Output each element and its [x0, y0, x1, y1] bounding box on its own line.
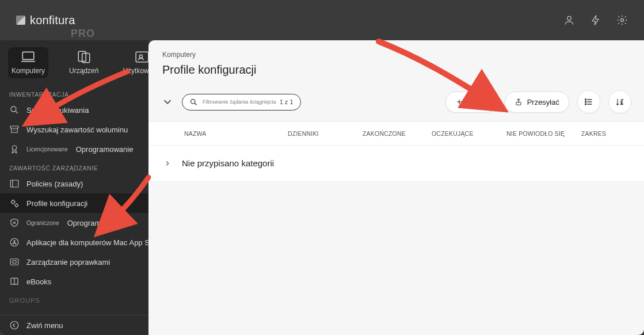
sidebar-item-label: Oprogramowanie	[67, 219, 125, 227]
filter-search[interactable]: Filtrowanie żądania ściągnięcia 1 z 1	[182, 94, 301, 111]
gear-icon[interactable]	[616, 14, 628, 26]
sidebar-item-label: Zarządzanie poprawkami	[26, 258, 110, 267]
nav-tab-label: Urządzeń	[69, 67, 98, 75]
toolbar: Filtrowanie żądania ściągnięcia 1 z 1 No…	[148, 86, 644, 121]
list-icon	[584, 97, 593, 106]
svg-rect-10	[10, 180, 18, 187]
sidebar-item-prefix: Licencjonowane	[26, 146, 68, 153]
gears-icon	[9, 198, 20, 208]
filter-count: 1 z 1	[280, 98, 294, 105]
svg-rect-15	[13, 261, 16, 264]
upload-button[interactable]: Przesyłać	[505, 92, 569, 113]
users-icon	[135, 51, 150, 63]
col-name[interactable]: NAZWA	[184, 130, 288, 137]
badge-icon	[9, 144, 20, 154]
sidebar-item-label: Policies (zasady)	[26, 180, 83, 188]
col-scope[interactable]: ZAKRES	[581, 130, 633, 137]
list-view-button[interactable]	[577, 90, 600, 113]
panel-icon	[9, 178, 20, 189]
sidebar-item-search-inventory[interactable]: Spis wyszukiwania	[0, 100, 148, 120]
sidebar-item-label: Aplikacje dla komputerów Mac App Store	[26, 238, 148, 247]
svg-point-1	[621, 19, 624, 22]
brand-name: konfitura	[30, 14, 75, 27]
svg-point-24	[622, 102, 622, 103]
svg-point-22	[620, 104, 621, 104]
col-completed[interactable]: ZAKOŃCZONE	[363, 130, 432, 137]
svg-rect-2	[22, 52, 34, 59]
sidebar-item-profiles[interactable]: Profile konfiguracji	[0, 193, 148, 213]
svg-point-12	[16, 204, 18, 207]
table-header: NAZWA DZIENNIKI ZAKOŃCZONE OCZEKUJĄCE NI…	[148, 121, 644, 146]
chevron-right-icon	[163, 159, 172, 168]
sidebar: Komputery Urządzeń Użytkownicy INWENTARY…	[0, 40, 148, 335]
svg-point-17	[191, 99, 196, 104]
sidebar-item-label: Oprogramowanie	[76, 145, 134, 154]
section-header-content: ZAWARTOŚĆ ZARZĄDZANIE	[0, 159, 148, 174]
collapse-label: Zwiń menu	[26, 321, 63, 330]
search-icon	[9, 105, 20, 115]
upload-button-label: Przesyłać	[527, 98, 559, 106]
appstore-icon	[9, 237, 20, 248]
svg-point-6	[139, 55, 142, 58]
nav-tab-devices[interactable]: Urządzeń	[66, 47, 102, 78]
filter-placeholder: Filtrowanie żądania ściągnięcia	[203, 99, 276, 105]
sidebar-item-patch-management[interactable]: Zarządzanie poprawkami	[0, 252, 148, 272]
svg-point-23	[622, 104, 623, 104]
upload-icon	[515, 98, 523, 106]
svg-rect-14	[10, 259, 18, 265]
brand-logo-icon	[16, 16, 25, 25]
brand-suffix: PRO	[71, 28, 95, 40]
user-icon[interactable]	[563, 14, 575, 26]
brand: konfitura PRO	[16, 14, 75, 27]
book-icon	[9, 276, 20, 287]
topbar: konfitura PRO	[0, 0, 644, 40]
laptop-icon	[21, 51, 36, 63]
col-pending[interactable]: OCZEKUJĄCE	[432, 130, 506, 137]
svg-point-16	[10, 321, 18, 329]
plus-icon	[455, 98, 463, 106]
page-title: Profile konfiguracji	[162, 63, 630, 77]
group-name: Nie przypisano kategorii	[182, 158, 274, 168]
section-header-inventory: INWENTARYZACJA	[0, 85, 148, 100]
sidebar-item-label: Spis wyszukiwania	[26, 106, 89, 115]
nav-tab-computers[interactable]: Komputery	[8, 47, 48, 78]
sidebar-item-ebooks[interactable]: eBooks	[0, 272, 148, 291]
nav-tabs: Komputery Urządzeń Użytkownicy	[0, 44, 148, 85]
sidebar-item-label: Wyszukaj zawartość woluminu	[26, 125, 128, 134]
sidebar-item-licensed-software[interactable]: Licencjonowane Oprogramowanie	[0, 139, 148, 159]
svg-rect-8	[10, 126, 18, 128]
nav-tab-label: Komputery	[12, 67, 45, 75]
svg-point-21	[585, 104, 586, 105]
main-panel: Komputery Profile konfiguracji Filtrowan…	[148, 40, 644, 335]
shield-x-icon	[9, 218, 20, 228]
main-header: Komputery Profile konfiguracji	[148, 40, 644, 86]
sidebar-item-prefix: Ograniczone	[26, 220, 59, 226]
devices-icon	[77, 51, 92, 63]
section-header-groups: GROUPS	[0, 291, 148, 305]
new-button-label: Nowy	[468, 98, 487, 106]
topbar-icons	[563, 14, 628, 26]
archive-icon	[9, 124, 20, 135]
breadcrumb: Komputery	[162, 51, 630, 59]
category-group-row[interactable]: Nie przypisano kategorii	[148, 146, 644, 181]
sidebar-item-label: eBooks	[26, 277, 51, 286]
sort-button[interactable]	[608, 90, 631, 113]
sidebar-item-mac-app-store[interactable]: Aplikacje dla komputerów Mac App Store	[0, 233, 148, 252]
svg-point-9	[12, 146, 17, 150]
col-logs[interactable]: DZIENNIKI	[288, 130, 363, 137]
new-button[interactable]: Nowy	[445, 92, 497, 113]
sort-az-icon	[615, 97, 624, 106]
sidebar-item-volume-search[interactable]: Wyszukaj zawartość woluminu	[0, 120, 148, 139]
sidebar-item-restricted-software[interactable]: Ograniczone Oprogramowanie	[0, 213, 148, 233]
search-icon	[189, 98, 198, 106]
sidebar-item-policies[interactable]: Policies (zasady)	[0, 174, 148, 193]
chevron-down-icon[interactable]	[161, 96, 174, 108]
col-failed[interactable]: NIE POWIODŁO SIĘ	[506, 130, 581, 137]
sidebar-item-label: Profile konfiguracji	[26, 199, 87, 208]
svg-point-0	[567, 16, 571, 20]
bolt-icon[interactable]	[590, 14, 601, 26]
collapse-menu[interactable]: Zwiń menu	[0, 315, 148, 335]
svg-point-11	[12, 200, 14, 203]
svg-point-20	[585, 101, 586, 102]
svg-point-19	[585, 99, 586, 100]
